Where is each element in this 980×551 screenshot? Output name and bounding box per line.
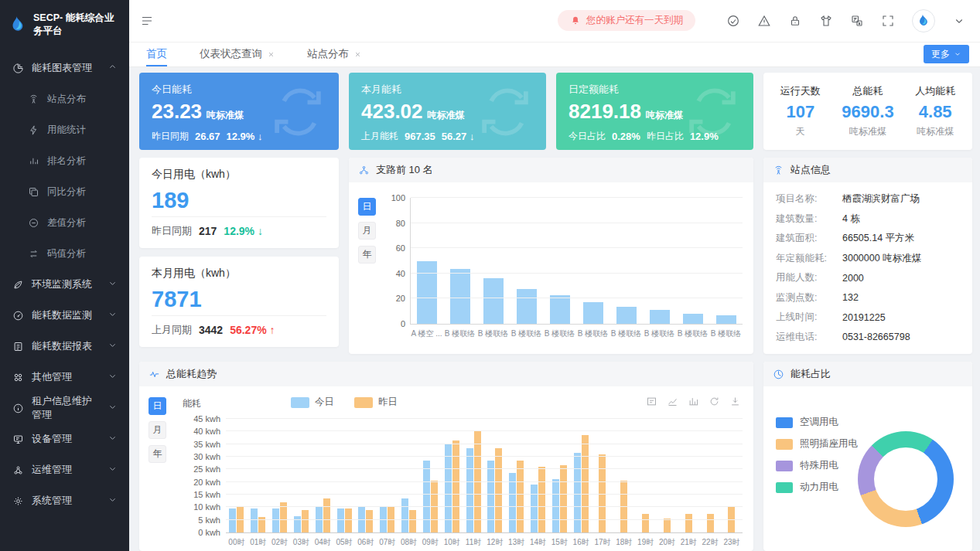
gridline <box>226 456 743 457</box>
sidebar-item-7[interactable]: 运维管理 <box>0 454 129 485</box>
bar-昨日[interactable] <box>560 465 567 532</box>
bar-group <box>463 419 484 532</box>
sidebar-item-4[interactable]: 其他管理 <box>0 362 129 393</box>
bar[interactable] <box>517 289 537 324</box>
refresh-icon[interactable] <box>709 396 720 410</box>
copy-icon <box>28 186 39 198</box>
signal-tower-icon <box>773 165 784 176</box>
fullscreen-icon[interactable] <box>881 14 895 28</box>
bar-今日[interactable] <box>574 453 581 532</box>
bar-昨日[interactable] <box>517 461 524 532</box>
bar-昨日[interactable] <box>642 514 649 533</box>
bar[interactable] <box>650 310 670 324</box>
legend-item[interactable]: 昨日 <box>354 396 398 409</box>
more-tabs-button[interactable]: 更多 <box>924 45 969 63</box>
language-icon[interactable] <box>850 14 864 28</box>
tab-1[interactable]: 仪表状态查询 <box>200 43 275 66</box>
bar-今日[interactable] <box>423 461 430 532</box>
sidebar-item-3[interactable]: 能耗数据报表 <box>0 331 129 362</box>
tab-0[interactable]: 首页 <box>146 43 167 66</box>
gridline <box>226 418 743 419</box>
sidebar-subitem-0-1[interactable]: 用能统计 <box>0 114 129 145</box>
bar-昨日[interactable] <box>409 510 416 532</box>
ops-nodes-icon <box>12 464 24 476</box>
bar-昨日[interactable] <box>538 467 545 532</box>
sidebar-subitem-0-3[interactable]: 同比分析 <box>0 176 129 207</box>
bar-昨日[interactable] <box>323 498 330 532</box>
bar-昨日[interactable] <box>582 435 589 532</box>
bar[interactable] <box>450 269 470 324</box>
collapse-menu-icon[interactable] <box>140 14 154 28</box>
sidebar-item-0[interactable]: 能耗图表管理 <box>0 53 129 83</box>
bar[interactable] <box>583 302 603 324</box>
sidebar-subitem-0-2[interactable]: 排名分析 <box>0 145 129 176</box>
bar-昨日[interactable] <box>474 431 481 532</box>
x-tick-label: 15时 <box>548 537 570 548</box>
account-expiry-notice[interactable]: 您的账户还有一天到期 <box>558 10 695 31</box>
bar[interactable] <box>550 295 570 324</box>
legend-item[interactable]: 今日 <box>291 396 334 409</box>
bar-昨日[interactable] <box>707 514 714 533</box>
sidebar-item-1[interactable]: 环境监测系统 <box>0 269 129 300</box>
branch-chart-plot: 020406080100 <box>410 198 743 325</box>
legend-swatch <box>776 417 793 428</box>
lock-icon[interactable] <box>788 14 802 28</box>
toggle-日[interactable]: 日 <box>358 198 376 216</box>
bar-今日[interactable] <box>251 508 258 532</box>
bar-昨日[interactable] <box>685 514 692 533</box>
toggle-月[interactable]: 月 <box>149 421 166 439</box>
sidebar-subitem-0-4[interactable]: 差值分析 <box>0 207 129 238</box>
toggle-月[interactable]: 月 <box>358 222 376 240</box>
close-tab-icon[interactable] <box>268 51 275 58</box>
download-icon[interactable] <box>729 396 741 410</box>
sidebar-item-8[interactable]: 系统管理 <box>0 485 129 516</box>
bar[interactable] <box>616 307 637 324</box>
site-info-value: 20191225 <box>842 312 886 323</box>
toggle-年[interactable]: 年 <box>358 246 376 264</box>
bar-chart-icon[interactable] <box>688 396 699 410</box>
user-avatar[interactable] <box>912 9 935 32</box>
bar-今日[interactable] <box>487 461 494 532</box>
sidebar-subitem-0-0[interactable]: 站点分布 <box>0 83 129 114</box>
bar-昨日[interactable] <box>302 510 309 532</box>
bar-今日[interactable] <box>272 508 279 532</box>
bar[interactable] <box>417 261 437 325</box>
x-tick-label: B 楼联络 <box>709 328 743 339</box>
bar-昨日[interactable] <box>664 519 671 532</box>
summary-value: 4.85 <box>915 102 955 122</box>
bar-group <box>377 419 398 532</box>
bar[interactable] <box>483 278 504 324</box>
tab-2[interactable]: 站点分布 <box>307 43 361 66</box>
x-tick-label: 02时 <box>269 537 291 548</box>
data-view-icon[interactable] <box>646 396 657 410</box>
bar-昨日[interactable] <box>345 508 352 532</box>
gridline <box>411 298 743 298</box>
bar-今日[interactable] <box>229 508 236 532</box>
sidebar-item-6[interactable]: 设备管理 <box>0 423 129 454</box>
theme-icon[interactable] <box>726 14 740 28</box>
bar-昨日[interactable] <box>366 510 373 532</box>
sidebar-item-2[interactable]: 能耗数据监测 <box>0 300 129 331</box>
bar-今日[interactable] <box>509 473 516 532</box>
bar-今日[interactable] <box>316 507 323 532</box>
legend-item[interactable]: 空调用电 <box>776 416 960 429</box>
line-chart-icon[interactable] <box>667 396 678 410</box>
close-tab-icon[interactable] <box>354 51 361 58</box>
user-menu-chevron-icon[interactable] <box>952 14 966 28</box>
bar[interactable] <box>683 314 703 324</box>
sidebar-item-5[interactable]: 租户信息维护管理 <box>0 393 129 423</box>
sidebar-subitem-0-5[interactable]: 码值分析 <box>0 238 129 269</box>
panel-title: 站点信息 <box>790 163 831 177</box>
bar-今日[interactable] <box>401 498 408 532</box>
close-icon <box>354 51 361 58</box>
warning-icon[interactable] <box>757 14 771 28</box>
x-tick-label: B 楼联络 <box>610 328 643 339</box>
bar-今日[interactable] <box>337 508 344 532</box>
skin-icon[interactable] <box>819 14 833 28</box>
toggle-年[interactable]: 年 <box>149 445 166 463</box>
summary-label: 人均能耗 <box>915 84 955 98</box>
bar[interactable] <box>716 315 736 324</box>
bar-今日[interactable] <box>531 485 538 532</box>
toggle-日[interactable]: 日 <box>149 397 166 415</box>
summary-column: 总能耗 9690.3 吨标准煤 <box>842 84 893 138</box>
